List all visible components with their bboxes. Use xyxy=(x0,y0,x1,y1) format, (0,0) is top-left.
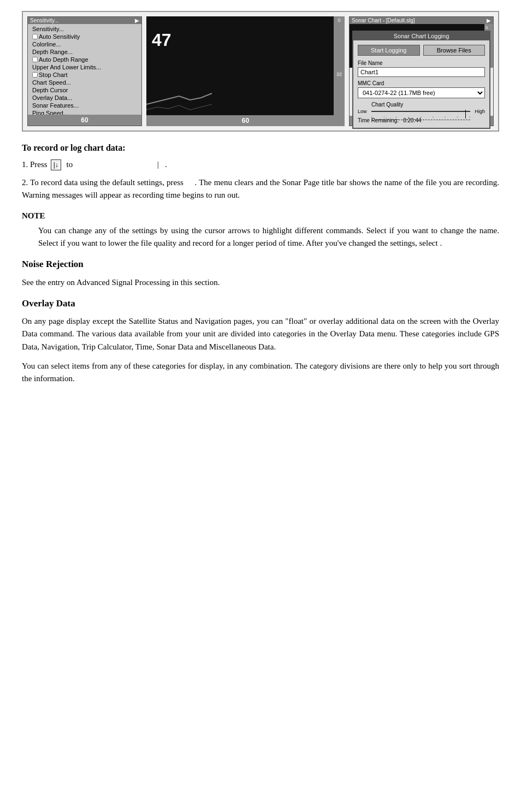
start-logging-button[interactable]: Start Logging xyxy=(358,45,420,56)
right-panel-arrow: ▶ xyxy=(487,17,491,23)
section-overlay-data: Overlay Data On any page display except … xyxy=(22,297,499,386)
sonar-depth-display: 47 xyxy=(152,30,171,50)
mmc-card-select[interactable]: 041-0274-22 (11.7MB free) xyxy=(358,87,485,98)
section-record-heading: To record or log chart data: xyxy=(22,141,499,155)
screenshot-container: Sensitivity... ▶ Sensitivity... Auto Sen… xyxy=(22,11,499,132)
left-panel-arrow: ▶ xyxy=(135,17,139,23)
menu-item-auto-depth-range[interactable]: Auto Depth Range xyxy=(28,56,141,63)
noise-rejection-body: See the entry on Advanced Signal Process… xyxy=(22,276,499,289)
menu-item-sensitivity[interactable]: Sensitivity... xyxy=(28,25,141,33)
file-name-value: Chart1 xyxy=(358,67,485,77)
step-1-key: |↓ xyxy=(51,159,61,171)
menu-item-upper-lower[interactable]: Upper And Lower Limits... xyxy=(28,63,141,71)
step-1-to: to xyxy=(64,158,73,171)
chart-quality-label: Chart Quality xyxy=(358,102,485,108)
quality-indicator xyxy=(465,110,466,118)
menu-item-chart-speed[interactable]: Chart Speed... xyxy=(28,79,141,86)
step-1: 1. Press |↓ to | . xyxy=(22,158,499,171)
menu-item-overlay-data[interactable]: Overlay Data... xyxy=(28,94,141,102)
step-1-num: 1. Press xyxy=(22,158,48,171)
note-body: You can change any of the settings by us… xyxy=(22,224,499,250)
chart-quality-row: Chart Quality Low · · · · · · xyxy=(358,102,485,114)
overlay-data-para1: On any page display except the Satellite… xyxy=(22,315,499,353)
scale-mid: 32 xyxy=(336,72,342,77)
note-heading: NOTE xyxy=(22,210,499,222)
overlay-data-heading: Overlay Data xyxy=(22,297,499,311)
right-scale-top-num: 0 xyxy=(486,25,488,30)
file-name-label: File Name xyxy=(358,60,485,66)
section-record-log: To record or log chart data: 1. Press |↓… xyxy=(22,141,499,202)
right-sonar-panel: Sonar Chart - [Default.slg] ▶ 0 0 Sonar … xyxy=(349,16,494,126)
logging-buttons-row: Start Logging Browse Files xyxy=(358,45,485,56)
mid-panel-bottom-bar: 60 xyxy=(146,115,345,126)
menu-item-depth-cursor[interactable]: Depth Cursor xyxy=(28,86,141,94)
quality-slider: Low · · · · · · · · xyxy=(358,109,485,114)
stop-chart-checkbox[interactable] xyxy=(32,72,38,78)
left-sonar-panel: Sensitivity... ▶ Sensitivity... Auto Sen… xyxy=(27,16,142,126)
noise-rejection-heading: Noise Rejection xyxy=(22,257,499,271)
logging-dialog: Sonar Chart Logging Start Logging Browse… xyxy=(352,31,490,129)
sonar-scale: 0 32 xyxy=(334,16,345,126)
right-panel-title: Sonar Chart - [Default.slg] xyxy=(352,17,415,23)
right-panel-titlebar: Sonar Chart - [Default.slg] ▶ xyxy=(350,17,493,24)
mid-bottom-number: 60 xyxy=(242,117,249,125)
left-panel-bottom-bar: 60 xyxy=(28,115,141,126)
menu-item-depth-range[interactable]: Depth Range... xyxy=(28,48,141,56)
auto-sensitivity-checkbox[interactable] xyxy=(32,34,38,39)
menu-item-auto-sensitivity[interactable]: Auto Sensitivity xyxy=(28,33,141,40)
quality-high-label: High xyxy=(475,109,485,114)
left-bottom-number: 60 xyxy=(81,116,88,124)
sonar-wave-svg xyxy=(146,72,217,115)
note-section: NOTE You can change any of the settings … xyxy=(22,210,499,250)
menu-item-colorline[interactable]: Colorline... xyxy=(28,40,141,48)
left-panel-titlebar: Sensitivity... ▶ xyxy=(28,17,141,24)
quality-low-label: Low xyxy=(358,109,367,114)
logging-dialog-title: Sonar Chart Logging xyxy=(353,32,489,40)
left-panel-title: Sensitivity... xyxy=(30,17,59,23)
quality-track: · · · · · · · · · xyxy=(371,111,471,112)
overlay-data-para2: You can select items from any of these c… xyxy=(22,360,499,386)
browse-files-button[interactable]: Browse Files xyxy=(423,45,486,56)
auto-depth-checkbox[interactable] xyxy=(32,57,38,62)
section-noise-rejection: Noise Rejection See the entry on Advance… xyxy=(22,257,499,289)
mmc-card-label: MMC Card xyxy=(358,80,485,86)
sonar-visualization: 47 0 32 60 xyxy=(146,16,345,126)
sonar-menu-list: Sensitivity... Auto Sensitivity Colorlin… xyxy=(28,24,141,126)
menu-item-sonar-features[interactable]: Sonar Features... xyxy=(28,102,141,109)
scale-top: 0 xyxy=(338,17,340,23)
step-1-pipe: | . xyxy=(157,158,167,171)
step-2-text: 2. To record data using the default sett… xyxy=(22,176,499,202)
menu-item-stop-chart[interactable]: Stop Chart xyxy=(28,71,141,79)
